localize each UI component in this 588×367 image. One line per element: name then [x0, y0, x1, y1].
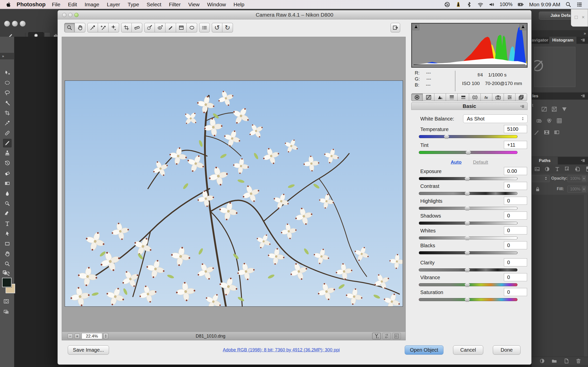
ps-window-zoom-button[interactable] [20, 21, 26, 27]
dialog-zoom-button[interactable] [74, 13, 79, 17]
spot-removal-tool-button[interactable] [144, 23, 155, 32]
scrollbar[interactable] [584, 195, 587, 357]
radial-filter-tool-button[interactable] [187, 23, 197, 32]
threshold-adjustment-icon[interactable] [544, 129, 550, 135]
targeted-adjustment-tool-button[interactable] [109, 23, 119, 32]
contrast-value-field[interactable]: 0 [504, 182, 527, 190]
trash-icon[interactable] [575, 358, 581, 364]
panel-menu-icon[interactable] [579, 38, 586, 43]
slider-thumb[interactable] [444, 134, 449, 139]
rotate-right-tool-button[interactable]: ↻ [222, 23, 233, 32]
whites-value-field[interactable]: 0 [504, 226, 527, 234]
save-image-button[interactable]: Save Image... [68, 345, 109, 355]
close-icon[interactable]: × [582, 14, 585, 20]
lock-icon[interactable] [535, 186, 541, 192]
default-link[interactable]: Default [473, 159, 488, 165]
tab-paths[interactable]: Paths [532, 157, 558, 165]
ps-tool-move[interactable] [3, 68, 12, 77]
ps-tool-blur[interactable] [3, 189, 12, 198]
menu-type[interactable]: Type [128, 2, 139, 8]
hsl-grayscale-tab-button[interactable] [446, 93, 458, 101]
slider-thumb[interactable] [465, 267, 470, 272]
apple-icon[interactable] [6, 1, 12, 8]
swap-settings-icon[interactable] [382, 333, 391, 339]
color-lookup-adjustment-icon[interactable] [556, 118, 562, 124]
blacks-slider[interactable] [419, 251, 517, 254]
detail-tab-button[interactable] [434, 93, 446, 101]
ps-tool-type[interactable] [3, 219, 12, 228]
panel-flyout-menu-icon[interactable] [519, 104, 525, 109]
adjustment-filter-icon[interactable] [544, 166, 550, 172]
menu-image[interactable]: Image [85, 2, 99, 8]
slider-thumb[interactable] [465, 221, 470, 225]
tab-navigator[interactable]: Navigator [532, 37, 548, 44]
dialog-minimize-button[interactable] [68, 13, 73, 17]
photo-filter-adjustment-icon[interactable] [536, 118, 542, 124]
new-layer-icon[interactable] [563, 358, 569, 364]
exposure-slider[interactable] [419, 177, 517, 180]
slider-thumb[interactable] [465, 235, 470, 240]
curves-adjustment-icon[interactable] [541, 106, 547, 112]
rotate-left-tool-button[interactable]: ↺ [212, 23, 222, 32]
ps-tool-gradient[interactable] [3, 179, 12, 188]
camera-calibration-tab-button[interactable] [492, 93, 504, 101]
ps-tool-healing-brush[interactable] [3, 129, 12, 137]
split-toning-tab-button[interactable] [458, 93, 469, 101]
cancel-button[interactable]: Cancel [453, 345, 483, 355]
folder-icon[interactable] [551, 358, 557, 364]
menu-layer[interactable]: Layer [107, 2, 120, 8]
maximize-icon[interactable]: □ [575, 14, 578, 20]
shadows-slider[interactable] [419, 222, 517, 225]
slider-thumb[interactable] [465, 282, 470, 287]
saturation-value-field[interactable]: 0 [504, 288, 527, 296]
slider-thumb[interactable] [466, 150, 471, 155]
menu-select[interactable]: Select [147, 2, 161, 8]
screen-mode-icon[interactable] [3, 309, 9, 315]
menu-view[interactable]: View [188, 2, 199, 8]
toggle-fullscreen-button[interactable] [391, 23, 400, 32]
wifi-icon[interactable] [477, 2, 483, 8]
done-button[interactable]: Done [493, 345, 521, 355]
effects-tab-button[interactable]: fx [481, 93, 492, 101]
ps-tool-path-selection[interactable] [3, 229, 12, 238]
smart-object-filter-icon[interactable] [574, 166, 580, 172]
dialog-title-bar[interactable]: Camera Raw 8.4.1 – Nikon D800 [58, 10, 531, 19]
snapshots-tab-button[interactable] [515, 93, 527, 101]
foreground-color-swatch[interactable] [2, 278, 12, 287]
tint-value-field[interactable]: +11 [504, 141, 527, 149]
notification-list-icon[interactable] [576, 2, 582, 8]
menu-file[interactable]: File [52, 2, 60, 8]
panel-menu-icon[interactable] [579, 94, 586, 99]
image-filter-icon[interactable] [534, 166, 540, 172]
spotlight-icon[interactable] [565, 2, 571, 8]
saturation-slider[interactable] [419, 298, 517, 301]
lens-corrections-tab-button[interactable] [469, 93, 481, 101]
swap-colors-icon[interactable] [2, 270, 12, 277]
ps-tool-hand[interactable] [3, 250, 12, 258]
graduated-filter-tool-button[interactable] [176, 23, 187, 32]
vibrance-value-field[interactable]: 0 [504, 273, 527, 281]
exposure-adjustment-icon[interactable] [551, 106, 557, 112]
tone-curve-tab-button[interactable] [423, 93, 434, 101]
hand-tool-button[interactable] [75, 23, 85, 32]
menu-window[interactable]: Window [207, 2, 226, 8]
notifier-icon[interactable] [455, 2, 461, 8]
toolbar-collapse-button[interactable]: » [0, 53, 14, 59]
ps-tool-lasso[interactable] [3, 89, 12, 97]
straighten-tool-button[interactable] [132, 23, 142, 32]
ps-tool-crop[interactable] [3, 109, 12, 117]
zoom-level-field[interactable]: 22.4% [82, 333, 102, 339]
preferences-tool-button[interactable] [199, 23, 210, 32]
slider-thumb[interactable] [465, 250, 470, 255]
temperature-value-field[interactable]: 5100 [504, 125, 527, 133]
preview-split-icon[interactable] [372, 333, 381, 339]
fill-value-dropdown[interactable]: 100% ▾ [567, 186, 587, 193]
zoom-tool-button[interactable] [64, 23, 75, 32]
filter-toggle-icon[interactable] [584, 166, 588, 172]
ps-tool-history-brush[interactable] [3, 159, 12, 168]
ps-window-minimize-button[interactable] [12, 21, 18, 27]
shape-filter-icon[interactable] [564, 166, 570, 172]
slider-thumb[interactable] [465, 297, 470, 302]
dock-collapse-bar[interactable]: » [532, 30, 588, 37]
opacity-value-dropdown[interactable]: 100% ▾ [567, 175, 587, 182]
